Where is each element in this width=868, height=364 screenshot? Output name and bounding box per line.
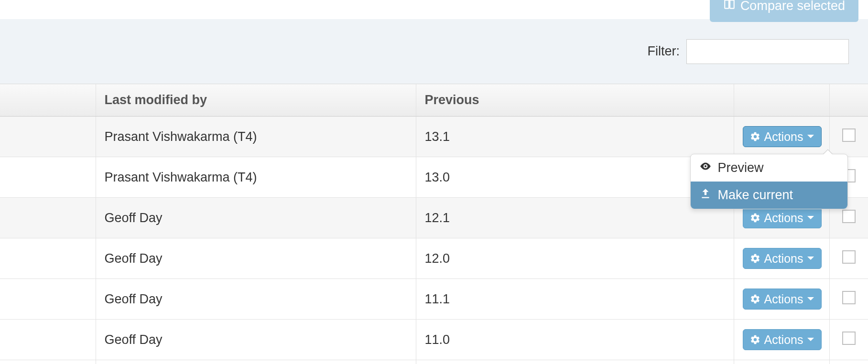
cell-select xyxy=(829,320,868,360)
table-row: Geoff Day11.1Actions xyxy=(0,279,868,320)
actions-dropdown: Preview Make current xyxy=(690,154,848,209)
gear-icon xyxy=(750,294,760,304)
cell-actions: Actions xyxy=(734,238,829,279)
cell-previous: 13.1 xyxy=(416,117,734,157)
caret-down-icon xyxy=(807,215,814,220)
cell-previous: 11.0 xyxy=(416,320,734,360)
compare-icon xyxy=(723,0,736,14)
col-select xyxy=(829,84,868,117)
cell-actions: Actions xyxy=(734,117,829,157)
gear-icon xyxy=(750,253,760,264)
table-row: Geoff Day11.0Actions xyxy=(0,320,868,360)
cell-previous: 10.1 xyxy=(416,360,734,364)
compare-selected-button[interactable]: Compare selected xyxy=(710,0,858,22)
actions-button[interactable]: Actions xyxy=(743,248,822,269)
eye-icon xyxy=(699,160,712,176)
svg-rect-0 xyxy=(725,0,729,8)
table-row: Prasant Vishwakarma (T4)13.1Actions xyxy=(0,117,868,157)
table-row: Geoff Day10.1Actions xyxy=(0,360,868,364)
menu-item-make-current[interactable]: Make current xyxy=(691,182,847,209)
cell-previous: 13.0 xyxy=(416,157,734,198)
table-header-row: Last modified by Previous xyxy=(0,84,868,117)
menu-item-preview-label: Preview xyxy=(717,161,763,175)
caret-down-icon xyxy=(807,337,814,342)
cell-blank xyxy=(0,279,96,320)
cell-last-modified-by: Prasant Vishwakarma (T4) xyxy=(96,157,416,198)
row-checkbox[interactable] xyxy=(842,250,856,264)
cell-last-modified-by: Geoff Day xyxy=(96,360,416,364)
page-root: Compare selected Filter: Last modified b… xyxy=(0,0,868,364)
cell-actions: Actions xyxy=(734,360,829,364)
col-blank-left xyxy=(0,84,96,117)
make-current-icon xyxy=(699,187,712,203)
cell-last-modified-by: Geoff Day xyxy=(96,279,416,320)
cell-last-modified-by: Geoff Day xyxy=(96,320,416,360)
row-checkbox[interactable] xyxy=(842,210,856,223)
menu-item-preview[interactable]: Preview xyxy=(691,154,847,182)
cell-actions: Actions xyxy=(734,320,829,360)
compare-selected-label: Compare selected xyxy=(740,0,845,13)
menu-item-make-current-label: Make current xyxy=(717,188,793,203)
cell-previous: 12.1 xyxy=(416,198,734,238)
svg-rect-1 xyxy=(730,0,734,8)
filter-bar: Filter: xyxy=(0,19,868,84)
gear-icon xyxy=(750,131,760,142)
gear-icon xyxy=(750,213,760,223)
col-previous[interactable]: Previous xyxy=(416,84,734,117)
cell-blank xyxy=(0,238,96,279)
cell-blank xyxy=(0,320,96,360)
history-table: Last modified by Previous Prasant Vishwa… xyxy=(0,84,868,364)
cell-blank xyxy=(0,198,96,238)
cell-blank xyxy=(0,360,96,364)
caret-down-icon xyxy=(807,134,814,139)
col-last-modified-by[interactable]: Last modified by xyxy=(96,84,416,117)
cell-last-modified-by: Geoff Day xyxy=(96,238,416,279)
actions-button[interactable]: Actions xyxy=(743,126,822,147)
actions-button-label: Actions xyxy=(764,251,803,266)
actions-button-label: Actions xyxy=(764,129,803,144)
cell-select xyxy=(829,117,868,157)
col-actions xyxy=(734,84,829,117)
cell-last-modified-by: Prasant Vishwakarma (T4) xyxy=(96,117,416,157)
table-row: Geoff Day12.0Actions xyxy=(0,238,868,279)
cell-blank xyxy=(0,117,96,157)
cell-last-modified-by: Geoff Day xyxy=(96,198,416,238)
row-checkbox[interactable] xyxy=(842,128,856,142)
cell-previous: 11.1 xyxy=(416,279,734,320)
cell-actions: Actions xyxy=(734,279,829,320)
row-checkbox[interactable] xyxy=(842,332,856,345)
caret-down-icon xyxy=(807,297,814,301)
actions-button[interactable]: Actions xyxy=(743,329,822,350)
cell-select xyxy=(829,360,868,364)
filter-input[interactable] xyxy=(686,39,849,64)
row-checkbox[interactable] xyxy=(842,291,856,304)
actions-button[interactable]: Actions xyxy=(743,207,822,228)
actions-button-label: Actions xyxy=(764,211,803,225)
actions-button-label: Actions xyxy=(764,292,803,306)
top-bar: Compare selected xyxy=(0,0,868,19)
cell-previous: 12.0 xyxy=(416,238,734,279)
actions-button-label: Actions xyxy=(764,332,803,347)
caret-down-icon xyxy=(807,256,814,261)
cell-select xyxy=(829,238,868,279)
filter-label: Filter: xyxy=(648,44,680,59)
cell-select xyxy=(829,279,868,320)
cell-blank xyxy=(0,157,96,198)
gear-icon xyxy=(750,334,760,345)
actions-button[interactable]: Actions xyxy=(743,289,822,310)
